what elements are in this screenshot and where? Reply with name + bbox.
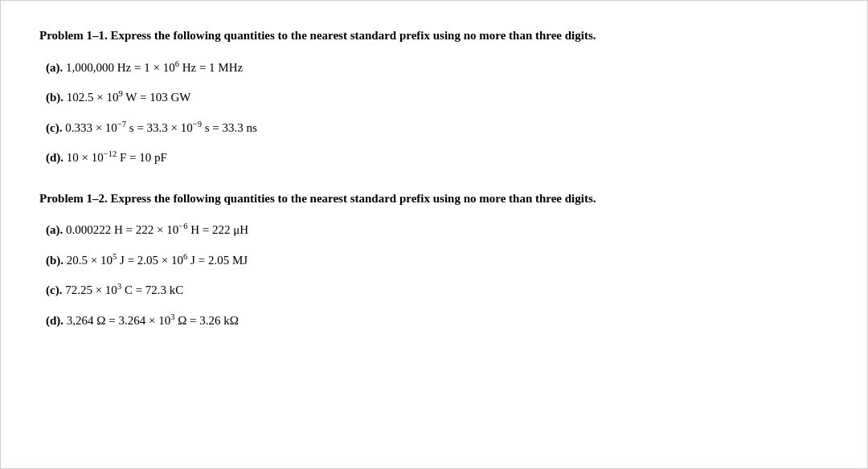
page-container: Problem 1–1. Express the following quant…	[0, 0, 868, 469]
problem2-item-1: (b). 20.5 × 105 J = 2.05 × 106 J = 2.05 …	[46, 251, 829, 270]
problem2: Problem 1–2. Express the following quant…	[39, 190, 829, 330]
problem2-item-2: (c). 72.25 × 103 C = 72.3 kC	[46, 280, 829, 300]
problem1-title: Problem 1–1. Express the following quant…	[39, 27, 829, 45]
problem1: Problem 1–1. Express the following quant…	[39, 27, 829, 167]
problem2-title: Problem 1–2. Express the following quant…	[39, 190, 829, 208]
problem1-item-1: (b). 102.5 × 109 W = 103 GW	[46, 88, 829, 107]
problem1-item-2: (c). 0.333 × 10−7 s = 33.3 × 10−9 s = 33…	[46, 118, 829, 137]
problem2-items: (a). 0.000222 H = 222 × 10−6 H = 222 μH(…	[46, 220, 829, 329]
problem1-items: (a). 1,000,000 Hz = 1 × 106 Hz = 1 MHz(b…	[46, 58, 829, 167]
problem2-item-3: (d). 3,264 Ω = 3.264 × 103 Ω = 3.26 kΩ	[46, 311, 829, 330]
problem1-item-0: (a). 1,000,000 Hz = 1 × 106 Hz = 1 MHz	[46, 58, 829, 77]
problem2-item-0: (a). 0.000222 H = 222 × 10−6 H = 222 μH	[46, 220, 829, 239]
problem1-item-3: (d). 10 × 10−12 F = 10 pF	[46, 148, 829, 167]
